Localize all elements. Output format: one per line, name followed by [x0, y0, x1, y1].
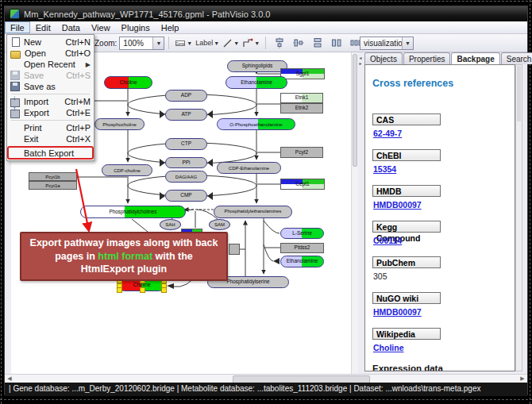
tab-search[interactable]: Search — [501, 52, 532, 64]
pathway-node-cdp-ethanolamine[interactable]: CDP-Ethanolamine — [217, 162, 281, 174]
canvas-vertical-scrollbar[interactable] — [351, 52, 358, 374]
stack-vertical-button[interactable] — [309, 35, 326, 52]
title-bar[interactable]: Mm_Kennedy_pathway_WP1771_45176.gpml - P… — [5, 6, 527, 21]
file-menu-item-open-recent[interactable]: Open Recent▶ — [8, 59, 93, 70]
node-label: Choline — [119, 80, 137, 86]
pathway-node-sah[interactable]: SAH — [160, 219, 181, 230]
crop-mark-bottom — [0, 399, 532, 400]
gene-shape-icon: Gene — [175, 37, 186, 48]
menu-data[interactable]: Data — [56, 21, 86, 33]
collapse-right-icon[interactable]: ▸ — [359, 61, 361, 67]
add-gene-button[interactable]: Gene ▼ — [174, 35, 193, 52]
pathway-node-sam[interactable]: SAM — [209, 219, 230, 230]
save-icon — [10, 71, 20, 80]
pathway-node-pcyt2[interactable]: Pcyt2 — [280, 147, 323, 158]
tab-objects[interactable]: Objects — [364, 52, 403, 64]
menu-edit[interactable]: Edit — [30, 21, 56, 33]
xref-section-wikipedia: WikipediaCholine — [372, 328, 515, 352]
xref-database-name: HMDB — [372, 185, 441, 197]
node-label: PPi — [182, 160, 190, 166]
pathway-node-pcyt1a[interactable]: Pcyt1a — [29, 181, 77, 190]
visualization-value: visualization — [360, 39, 402, 48]
pathway-node-cmp[interactable]: CMP — [165, 190, 207, 202]
chevron-down-icon[interactable]: ▼ — [152, 37, 164, 49]
panel-scroll-thumb[interactable] — [517, 66, 521, 121]
file-menu-item-save-as[interactable]: Save as — [8, 81, 93, 92]
scroll-left-icon[interactable]: ◀ — [6, 375, 13, 383]
file-menu-item-new[interactable]: NewCtrl+N — [8, 37, 93, 48]
pathway-node-l-serine[interactable]: L-Serine — [280, 228, 324, 239]
pathway-node-sphingolipids[interactable]: Sphingolipids — [227, 60, 287, 72]
pathway-node-etnk1[interactable]: Etnk1 — [280, 93, 323, 103]
stack-horizontal-button[interactable] — [328, 35, 345, 52]
selection-handle[interactable] — [140, 287, 145, 293]
file-menu-item-print[interactable]: PrintCtrl+P — [8, 122, 93, 133]
pathway-node-ctp[interactable]: CTP — [165, 138, 207, 150]
xref-link[interactable]: HMDB00097 — [373, 307, 515, 316]
xref-link[interactable]: C00114 — [373, 236, 515, 244]
xref-value: 305 — [373, 271, 515, 280]
menu-file[interactable]: File — [5, 21, 30, 33]
xref-link[interactable]: 15354 — [373, 164, 515, 173]
pathway-node-atp[interactable]: ATP — [165, 109, 207, 121]
visualization-combobox[interactable]: visualization ▼ — [360, 37, 414, 50]
file-menu-item-open[interactable]: OpenCtrl+O — [8, 48, 93, 59]
xref-link[interactable]: HMDB00097 — [373, 200, 515, 209]
menu-view[interactable]: View — [86, 21, 116, 33]
xref-section-nugo-wiki: NuGO wikiHMDB00097 — [372, 292, 515, 316]
pathway-node-o-phosphoethanolamine[interactable]: O-Phosphoethanolamine — [217, 118, 295, 130]
menu-plugins[interactable]: Plugins — [116, 21, 156, 33]
pathway-node-cept1[interactable]: Cept1 — [280, 179, 325, 190]
pathway-node-choline-top[interactable]: Choline — [104, 76, 152, 89]
scroll-right-icon[interactable]: ▶ — [519, 375, 526, 383]
panel-scrollbar[interactable] — [515, 64, 522, 371]
xref-link[interactable]: 62-49-7 — [373, 129, 515, 137]
file-menu-item-batch-export[interactable]: Batch Export — [8, 147, 93, 159]
xref-database-name: NuGO wiki — [372, 292, 441, 304]
pathway-node-phosphatidylethanolamines[interactable]: Phosphatidylethanolamines — [214, 206, 292, 218]
tab-backpage[interactable]: Backpage — [451, 52, 499, 64]
canvas-horizontal-scrollbar[interactable]: ◀ ▶ — [5, 374, 527, 383]
add-label-button[interactable]: Label ▼ — [195, 35, 220, 52]
pathway-node-ppi[interactable]: PPi — [165, 157, 207, 168]
pathway-node-ethanolamine-top[interactable]: Ethanolamine — [226, 76, 287, 89]
collapse-left-icon[interactable]: ◂ — [359, 56, 361, 61]
tab-properties[interactable]: Properties — [403, 52, 451, 64]
pathway-node-phosphocholine[interactable]: Phosphocholine — [94, 118, 145, 130]
file-menu-item-import[interactable]: ImportCtrl+M — [8, 96, 93, 107]
node-label: Pcyt1a — [45, 183, 60, 188]
chevron-down-icon[interactable]: ▼ — [402, 37, 413, 49]
add-line-button[interactable]: ▼ — [222, 35, 240, 52]
file-menu-item-export[interactable]: ExportCtrl+E — [8, 107, 93, 118]
add-connector-button[interactable]: ▼ — [241, 35, 260, 52]
pathway-node-adp[interactable]: ADP — [165, 90, 207, 102]
pathway-node-ptdss2[interactable]: Ptdss2 — [280, 243, 324, 253]
pathway-node-etnk2[interactable]: Etnk2 — [280, 103, 323, 114]
stack-vertical-icon — [312, 37, 323, 48]
xref-link[interactable]: Choline — [373, 343, 515, 352]
menu-help[interactable]: Help — [156, 21, 185, 33]
file-menu-item-exit[interactable]: ExitCtrl+X — [8, 133, 93, 144]
xref-database-name: CAS — [372, 114, 441, 125]
selection-handle[interactable] — [161, 287, 167, 293]
menu-separator — [11, 94, 90, 94]
pathway-node-cdp-choline[interactable]: CDP-choline — [102, 164, 152, 176]
zoom-combobox[interactable]: 100% ▼ — [119, 37, 164, 50]
window-title: Mm_Kennedy_pathway_WP1771_45176.gpml - P… — [24, 10, 270, 19]
pathway-node-ethanolamine-low[interactable]: Ethanolamine — [280, 256, 324, 267]
align-center-x-button[interactable] — [271, 35, 288, 52]
chevron-down-icon: ▼ — [254, 40, 260, 46]
selection-handle[interactable] — [117, 287, 122, 293]
align-center-y-button[interactable] — [290, 35, 307, 52]
pathway-node-gene-box-partial[interactable] — [229, 244, 240, 255]
chevron-down-icon: ▼ — [233, 40, 239, 46]
pathway-node-dag-aag[interactable]: DAG/AAG — [165, 171, 207, 183]
pathway-node-choline-selected[interactable]: Choline — [118, 279, 165, 291]
file-menu-item-save[interactable]: SaveCtrl+S — [8, 70, 93, 81]
pathway-node-sgpl1[interactable]: Sgpl1 — [280, 68, 325, 79]
crop-mark-top — [0, 1, 532, 2]
vertical-scroll-thumb[interactable] — [353, 54, 357, 167]
label-tool-text: Label — [195, 39, 213, 47]
pathway-node-pcyt1b[interactable]: Pcyt1b — [29, 172, 77, 181]
pathway-node-phosphatidylcholines[interactable]: Phosphatidylcholines — [80, 206, 186, 218]
